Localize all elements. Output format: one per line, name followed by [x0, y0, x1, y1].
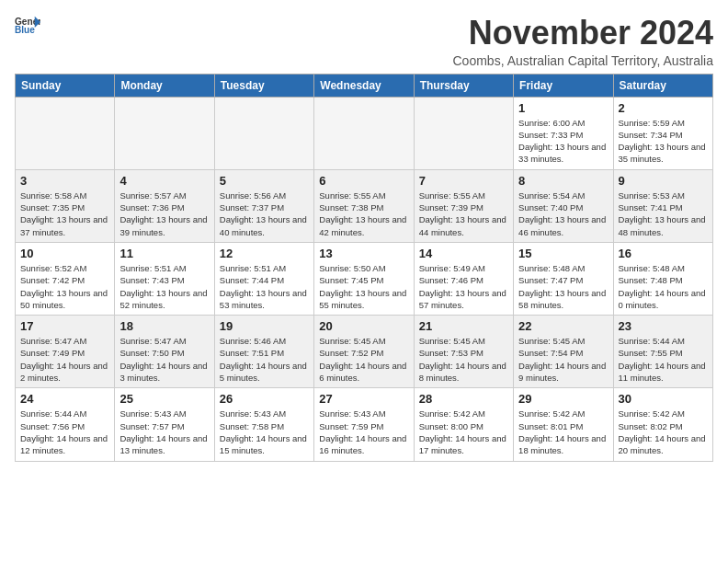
- month-title: November 2024: [453, 15, 714, 52]
- svg-text:Blue: Blue: [15, 25, 35, 35]
- day-info: Sunrise: 5:45 AM Sunset: 7:53 PM Dayligh…: [419, 335, 508, 384]
- day-info: Sunrise: 5:43 AM Sunset: 7:57 PM Dayligh…: [119, 408, 209, 456]
- calendar-cell: 6Sunrise: 5:55 AM Sunset: 7:38 PM Daylig…: [314, 169, 414, 242]
- day-info: Sunrise: 5:42 AM Sunset: 8:02 PM Dayligh…: [619, 408, 708, 456]
- day-number: 1: [518, 101, 608, 115]
- day-info: Sunrise: 5:42 AM Sunset: 8:00 PM Dayligh…: [419, 408, 508, 456]
- calendar-cell: 27Sunrise: 5:43 AM Sunset: 7:59 PM Dayli…: [314, 388, 414, 461]
- day-info: Sunrise: 5:55 AM Sunset: 7:38 PM Dayligh…: [319, 190, 408, 238]
- calendar-cell: 11Sunrise: 5:51 AM Sunset: 7:43 PM Dayli…: [115, 242, 214, 315]
- day-info: Sunrise: 5:47 AM Sunset: 7:49 PM Dayligh…: [20, 335, 109, 384]
- logo: General Blue: [15, 15, 40, 35]
- calendar-cell: 2Sunrise: 5:59 AM Sunset: 7:34 PM Daylig…: [613, 97, 712, 169]
- day-info: Sunrise: 5:45 AM Sunset: 7:54 PM Dayligh…: [518, 335, 608, 384]
- calendar-cell: 20Sunrise: 5:45 AM Sunset: 7:52 PM Dayli…: [314, 316, 414, 388]
- day-number: 29: [518, 392, 608, 406]
- day-info: Sunrise: 5:43 AM Sunset: 7:58 PM Dayligh…: [220, 408, 309, 456]
- day-number: 2: [619, 101, 708, 115]
- calendar-cell: [115, 97, 214, 169]
- calendar-header-saturday: Saturday: [613, 74, 712, 97]
- day-number: 14: [419, 247, 508, 260]
- day-info: Sunrise: 5:47 AM Sunset: 7:50 PM Dayligh…: [119, 335, 209, 384]
- location-title: Coombs, Australian Capital Territory, Au…: [453, 53, 714, 68]
- day-number: 24: [20, 392, 109, 406]
- day-number: 3: [20, 174, 109, 188]
- day-info: Sunrise: 5:45 AM Sunset: 7:52 PM Dayligh…: [319, 335, 408, 384]
- day-info: Sunrise: 5:50 AM Sunset: 7:45 PM Dayligh…: [319, 262, 408, 311]
- day-info: Sunrise: 6:00 AM Sunset: 7:33 PM Dayligh…: [518, 117, 608, 166]
- calendar-cell: 9Sunrise: 5:53 AM Sunset: 7:41 PM Daylig…: [613, 169, 712, 242]
- day-info: Sunrise: 5:46 AM Sunset: 7:51 PM Dayligh…: [220, 335, 309, 384]
- calendar-header-monday: Monday: [115, 74, 214, 97]
- day-number: 19: [220, 319, 309, 333]
- calendar-cell: 26Sunrise: 5:43 AM Sunset: 7:58 PM Dayli…: [214, 388, 313, 461]
- day-info: Sunrise: 5:56 AM Sunset: 7:37 PM Dayligh…: [220, 190, 309, 238]
- day-info: Sunrise: 5:44 AM Sunset: 7:55 PM Dayligh…: [619, 335, 708, 384]
- calendar-cell: 7Sunrise: 5:55 AM Sunset: 7:39 PM Daylig…: [414, 169, 513, 242]
- day-info: Sunrise: 5:43 AM Sunset: 7:59 PM Dayligh…: [319, 408, 408, 456]
- header: General Blue November 2024 Coombs, Austr…: [15, 15, 713, 68]
- day-number: 9: [619, 174, 708, 188]
- calendar-cell: 23Sunrise: 5:44 AM Sunset: 7:55 PM Dayli…: [613, 316, 712, 388]
- calendar-week-row: 10Sunrise: 5:52 AM Sunset: 7:42 PM Dayli…: [16, 242, 713, 315]
- calendar-cell: 19Sunrise: 5:46 AM Sunset: 7:51 PM Dayli…: [214, 316, 313, 388]
- calendar-cell: 24Sunrise: 5:44 AM Sunset: 7:56 PM Dayli…: [16, 388, 115, 461]
- calendar-header-thursday: Thursday: [414, 74, 513, 97]
- calendar-header-wednesday: Wednesday: [314, 74, 414, 97]
- calendar-cell: 3Sunrise: 5:58 AM Sunset: 7:35 PM Daylig…: [16, 169, 115, 242]
- day-info: Sunrise: 5:57 AM Sunset: 7:36 PM Dayligh…: [119, 190, 209, 238]
- calendar-header-sunday: Sunday: [16, 74, 115, 97]
- day-info: Sunrise: 5:44 AM Sunset: 7:56 PM Dayligh…: [20, 408, 109, 456]
- day-info: Sunrise: 5:59 AM Sunset: 7:34 PM Dayligh…: [619, 117, 708, 166]
- calendar-cell: 16Sunrise: 5:48 AM Sunset: 7:48 PM Dayli…: [613, 242, 712, 315]
- day-number: 5: [220, 174, 309, 188]
- day-number: 13: [319, 247, 408, 260]
- day-number: 20: [319, 319, 408, 333]
- calendar-week-row: 3Sunrise: 5:58 AM Sunset: 7:35 PM Daylig…: [16, 169, 713, 242]
- calendar-week-row: 24Sunrise: 5:44 AM Sunset: 7:56 PM Dayli…: [16, 388, 713, 461]
- day-number: 28: [419, 392, 508, 406]
- calendar-cell: 28Sunrise: 5:42 AM Sunset: 8:00 PM Dayli…: [414, 388, 513, 461]
- calendar-cell: 29Sunrise: 5:42 AM Sunset: 8:01 PM Dayli…: [514, 388, 613, 461]
- calendar-cell: 12Sunrise: 5:51 AM Sunset: 7:44 PM Dayli…: [214, 242, 313, 315]
- day-number: 27: [319, 392, 408, 406]
- calendar-header-friday: Friday: [514, 74, 613, 97]
- day-number: 26: [220, 392, 309, 406]
- calendar-cell: 21Sunrise: 5:45 AM Sunset: 7:53 PM Dayli…: [414, 316, 513, 388]
- day-number: 25: [119, 392, 209, 406]
- day-number: 4: [119, 174, 209, 188]
- calendar-week-row: 1Sunrise: 6:00 AM Sunset: 7:33 PM Daylig…: [16, 97, 713, 169]
- calendar-cell: [16, 97, 115, 169]
- day-number: 6: [319, 174, 408, 188]
- day-info: Sunrise: 5:52 AM Sunset: 7:42 PM Dayligh…: [20, 262, 109, 311]
- day-info: Sunrise: 5:51 AM Sunset: 7:43 PM Dayligh…: [119, 262, 209, 311]
- day-info: Sunrise: 5:48 AM Sunset: 7:47 PM Dayligh…: [518, 262, 608, 311]
- day-info: Sunrise: 5:58 AM Sunset: 7:35 PM Dayligh…: [20, 190, 109, 238]
- day-info: Sunrise: 5:55 AM Sunset: 7:39 PM Dayligh…: [419, 190, 508, 238]
- day-info: Sunrise: 5:48 AM Sunset: 7:48 PM Dayligh…: [619, 262, 708, 311]
- calendar-header-row: SundayMondayTuesdayWednesdayThursdayFrid…: [16, 74, 713, 97]
- day-number: 10: [20, 247, 109, 260]
- calendar-cell: [414, 97, 513, 169]
- day-info: Sunrise: 5:54 AM Sunset: 7:40 PM Dayligh…: [518, 190, 608, 238]
- day-number: 17: [20, 319, 109, 333]
- calendar-cell: 1Sunrise: 6:00 AM Sunset: 7:33 PM Daylig…: [514, 97, 613, 169]
- day-number: 12: [220, 247, 309, 260]
- calendar: SundayMondayTuesdayWednesdayThursdayFrid…: [15, 74, 713, 462]
- calendar-cell: 22Sunrise: 5:45 AM Sunset: 7:54 PM Dayli…: [514, 316, 613, 388]
- calendar-cell: 8Sunrise: 5:54 AM Sunset: 7:40 PM Daylig…: [514, 169, 613, 242]
- calendar-cell: 18Sunrise: 5:47 AM Sunset: 7:50 PM Dayli…: [115, 316, 214, 388]
- day-number: 30: [619, 392, 708, 406]
- day-number: 22: [518, 319, 608, 333]
- day-number: 23: [619, 319, 708, 333]
- calendar-cell: 4Sunrise: 5:57 AM Sunset: 7:36 PM Daylig…: [115, 169, 214, 242]
- calendar-cell: 30Sunrise: 5:42 AM Sunset: 8:02 PM Dayli…: [613, 388, 712, 461]
- day-info: Sunrise: 5:51 AM Sunset: 7:44 PM Dayligh…: [220, 262, 309, 311]
- day-number: 16: [619, 247, 708, 260]
- calendar-cell: [314, 97, 414, 169]
- calendar-cell: 13Sunrise: 5:50 AM Sunset: 7:45 PM Dayli…: [314, 242, 414, 315]
- logo-icon: General Blue: [15, 15, 40, 35]
- calendar-cell: [214, 97, 313, 169]
- calendar-cell: 17Sunrise: 5:47 AM Sunset: 7:49 PM Dayli…: [16, 316, 115, 388]
- day-number: 8: [518, 174, 608, 188]
